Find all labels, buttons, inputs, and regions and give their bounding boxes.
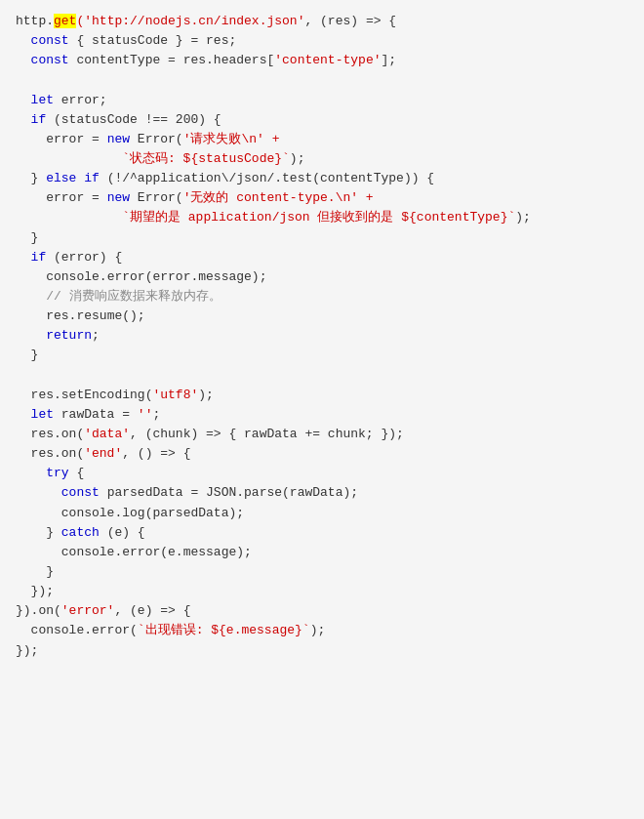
code-token: {: [69, 466, 85, 480]
code-line: });: [16, 641, 628, 661]
code-token: 'content-type': [274, 53, 381, 67]
code-token: }).on(: [16, 603, 61, 618]
code-token: );: [198, 388, 214, 402]
code-token: '请求失败\n' +: [183, 132, 280, 146]
code-token: res.on(: [31, 427, 85, 441]
code-line: }).on('error', (e) => {: [16, 601, 628, 621]
code-line: }: [16, 562, 628, 582]
code-token: parsedData = JSON.parse(rawData);: [100, 485, 358, 500]
code-line: `期望的是 application/json 但接收到的是 ${contentT…: [16, 208, 628, 227]
code-line: }: [16, 346, 628, 365]
code-token: console.error(e.message);: [61, 545, 252, 559]
code-token: , (chunk) => { rawData += chunk; });: [130, 427, 404, 441]
code-line: `状态码: ${statusCode}`);: [16, 149, 628, 169]
code-token: res.on(: [31, 446, 85, 461]
code-token: });: [16, 643, 38, 658]
code-line: res.setEncoding('utf8');: [16, 386, 628, 405]
code-line: http.get('http://nodejs.cn/index.json', …: [16, 12, 628, 31]
code-token: res.setEncoding(: [31, 388, 153, 402]
code-token: contentType = res.headers[: [69, 53, 275, 67]
code-line: error = new Error('无效的 content-type.\n' …: [16, 188, 628, 208]
code-token: `期望的是 application/json 但接收到的是 ${contentT…: [122, 210, 515, 225]
code-token: 'end': [84, 446, 122, 461]
code-token: Error(: [130, 132, 183, 146]
code-line: console.error(`出现错误: ${e.message}`);: [16, 621, 628, 640]
code-line: } catch (e) {: [16, 523, 628, 543]
code-line: });: [16, 582, 628, 601]
code-line: } else if (!/^application\/json/.test(co…: [16, 169, 628, 188]
code-token: );: [310, 623, 326, 637]
code-line: res.on('end', () => {: [16, 444, 628, 464]
code-token: // 消费响应数据来释放内存。: [46, 289, 221, 304]
code-token: `出现错误: ${e.message}`: [138, 623, 310, 637]
code-token: ;: [152, 407, 160, 422]
code-token: });: [31, 584, 54, 598]
code-token: catch: [61, 525, 100, 540]
code-token: error;: [54, 93, 107, 107]
code-line: res.resume();: [16, 307, 628, 326]
code-token: { statusCode } = res;: [69, 33, 237, 48]
code-token: Error(: [130, 190, 183, 205]
code-line: // 消费响应数据来释放内存。: [16, 287, 628, 307]
code-line: if (error) {: [16, 248, 628, 267]
code-token: res.resume();: [46, 308, 144, 323]
code-line: const parsedData = JSON.parse(rawData);: [16, 483, 628, 503]
code-token: , () => {: [122, 446, 190, 461]
code-line: try {: [16, 464, 628, 483]
code-line: console.error(error.message);: [16, 267, 628, 287]
code-line-empty: [16, 70, 628, 90]
code-token: return: [46, 328, 92, 343]
code-token: ('http://nodejs.cn/index.json': [76, 14, 304, 28]
code-token: 'error': [61, 603, 115, 618]
code-token: }: [46, 564, 54, 579]
code-line: if (statusCode !== 200) {: [16, 110, 628, 130]
code-token: let: [31, 407, 54, 422]
code-token: '无效的 content-type.\n' +: [183, 190, 374, 205]
code-line: let error;: [16, 91, 628, 110]
code-line: const { statusCode } = res;: [16, 31, 628, 51]
code-token: '': [138, 407, 153, 422]
code-token: (e) {: [100, 525, 145, 540]
code-line: error = new Error('请求失败\n' +: [16, 130, 628, 149]
code-token: http.: [16, 14, 54, 28]
code-token: `状态码: ${statusCode}`: [122, 151, 290, 166]
code-line: }: [16, 228, 628, 248]
highlighted-get: get: [54, 14, 76, 28]
code-line: console.log(parsedData);: [16, 504, 628, 523]
code-line-empty: [16, 366, 628, 386]
code-token: 'utf8': [152, 388, 198, 402]
code-token: else if: [46, 171, 100, 185]
code-container: http.get('http://nodejs.cn/index.json', …: [0, 0, 644, 819]
code-token: const: [31, 33, 69, 48]
code-token: try: [46, 466, 68, 480]
code-token: , (e) => {: [114, 603, 190, 618]
code-token: 'data': [84, 427, 130, 441]
code-token: console.error(error.message);: [46, 269, 266, 284]
code-token: const: [61, 485, 100, 500]
code-token: const: [31, 53, 69, 67]
code-line: console.error(e.message);: [16, 543, 628, 562]
code-line: res.on('data', (chunk) => { rawData += c…: [16, 425, 628, 444]
code-token: }: [31, 348, 39, 362]
code-token: if: [31, 112, 47, 127]
code-line: const contentType = res.headers['content…: [16, 51, 628, 70]
code-token: ;: [92, 328, 100, 343]
code-token: if: [31, 250, 47, 265]
code-token: console.log(parsedData);: [61, 506, 244, 520]
code-token: , (res) => {: [304, 14, 396, 28]
code-token: new: [107, 190, 130, 205]
code-token: let: [31, 93, 54, 107]
code-token: (!/^application\/json/.test(contentType)…: [100, 171, 434, 185]
code-token: rawData =: [54, 407, 138, 422]
code-token: );: [515, 210, 531, 225]
code-token: }: [31, 230, 39, 245]
code-token: );: [290, 151, 305, 166]
code-line: return;: [16, 326, 628, 346]
code-token: ];: [381, 53, 396, 67]
code-token: new: [107, 132, 130, 146]
code-token: (error) {: [46, 250, 122, 265]
code-line: let rawData = '';: [16, 405, 628, 425]
code-token: (statusCode !== 200) {: [46, 112, 221, 127]
code-token: console.error(: [31, 623, 138, 637]
